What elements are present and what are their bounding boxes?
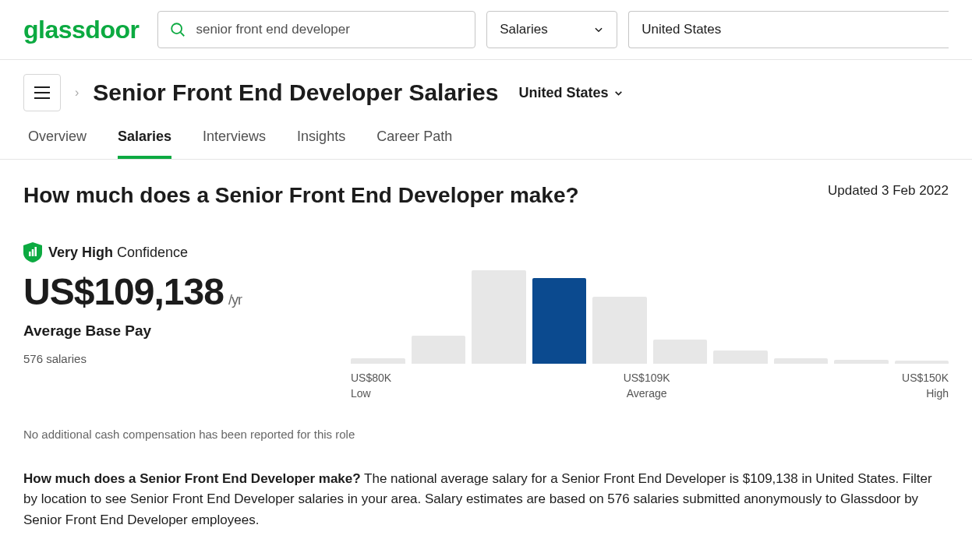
distribution-bar (592, 297, 647, 364)
brand-logo[interactable]: glassdoor (23, 16, 139, 44)
shield-icon (23, 242, 42, 262)
search-box[interactable] (157, 11, 475, 48)
breadcrumb-chevron-icon: › (75, 86, 79, 100)
distribution-bar (713, 350, 768, 364)
tab-overview[interactable]: Overview (28, 129, 87, 159)
description-paragraph: How much does a Senior Front End Develop… (23, 469, 949, 530)
tab-insights[interactable]: Insights (297, 129, 345, 159)
average-salary: US$109,138/yr (23, 270, 312, 313)
tab-interviews[interactable]: Interviews (203, 129, 266, 159)
location-filter[interactable]: United States (518, 85, 623, 101)
distribution-bar (895, 361, 949, 364)
menu-button[interactable] (23, 74, 61, 111)
average-salary-label: Average Base Pay (23, 322, 312, 340)
distribution-bar (412, 336, 466, 364)
svg-rect-7 (35, 247, 37, 256)
updated-label: Updated 3 Feb 2022 (828, 183, 949, 199)
chevron-down-icon (593, 24, 604, 35)
page-title: Senior Front End Developer Salaries (93, 79, 498, 106)
tab-career-path[interactable]: Career Path (376, 129, 452, 159)
search-icon (169, 21, 186, 38)
distribution-bar (472, 270, 526, 364)
svg-line-1 (181, 33, 185, 37)
search-input[interactable] (186, 22, 464, 37)
compensation-note: No additional cash compensation has been… (23, 428, 949, 441)
distribution-bar (774, 358, 829, 364)
tab-salaries[interactable]: Salaries (118, 129, 171, 159)
salary-distribution-chart: US$80K Low US$109K Average US$150K High (351, 270, 949, 400)
category-select[interactable]: Salaries (486, 11, 617, 48)
salary-count: 576 salaries (23, 352, 312, 365)
location-input-value: United States (642, 22, 721, 37)
section-heading: How much does a Senior Front End Develop… (23, 183, 579, 208)
category-select-label: Salaries (500, 22, 547, 37)
axis-high: US$150K High (902, 372, 949, 400)
location-filter-label: United States (518, 85, 608, 101)
distribution-bar (653, 340, 708, 364)
hamburger-icon (34, 86, 51, 100)
confidence-text: Very High Confidence (48, 245, 188, 261)
svg-rect-6 (32, 249, 34, 256)
tabs: OverviewSalariesInterviewsInsightsCareer… (0, 111, 972, 160)
svg-rect-5 (29, 252, 31, 256)
chevron-down-icon (613, 88, 624, 98)
svg-point-0 (172, 23, 182, 33)
location-input[interactable]: United States (628, 11, 949, 48)
axis-low: US$80K Low (351, 372, 391, 400)
axis-mid: US$109K Average (624, 372, 670, 400)
distribution-bar (351, 358, 405, 364)
confidence-indicator: Very High Confidence (23, 242, 949, 262)
distribution-bar (834, 360, 889, 364)
distribution-bar (532, 278, 587, 364)
